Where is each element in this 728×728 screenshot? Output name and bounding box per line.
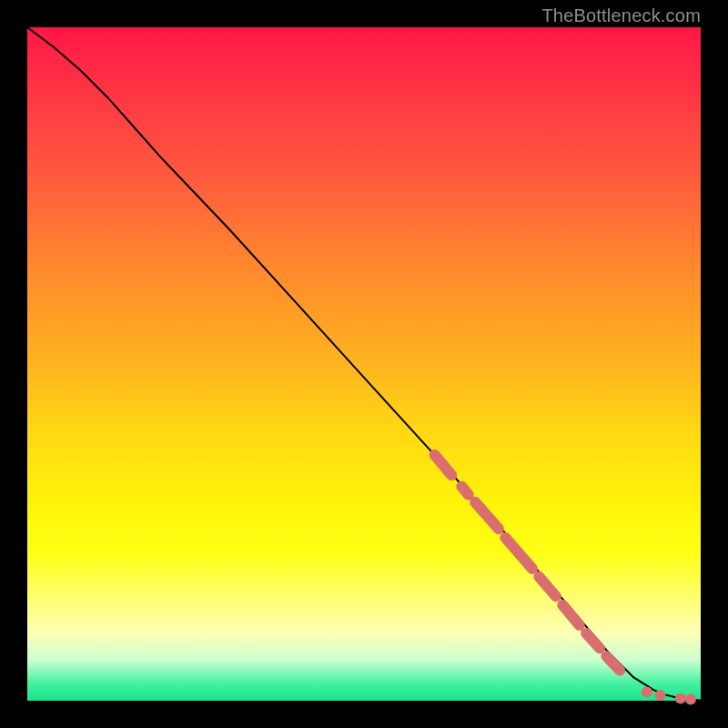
highlight-segment bbox=[505, 538, 532, 569]
highlight-segments bbox=[435, 455, 621, 671]
highlight-segment bbox=[586, 633, 600, 648]
curve-line bbox=[27, 27, 701, 700]
highlight-dot bbox=[685, 694, 696, 705]
highlight-segment bbox=[461, 487, 468, 495]
chart-frame: TheBottleneck.com bbox=[0, 0, 728, 728]
highlight-segment bbox=[606, 656, 620, 671]
watermark-label: TheBottleneck.com bbox=[541, 5, 701, 26]
highlight-dot bbox=[655, 690, 666, 701]
chart-overlay bbox=[27, 27, 701, 701]
highlight-segment bbox=[475, 502, 499, 530]
highlight-dot bbox=[642, 686, 652, 697]
highlight-segment bbox=[562, 605, 580, 625]
highlight-dot bbox=[675, 693, 686, 703]
highlight-segment bbox=[539, 577, 556, 596]
highlight-segment bbox=[435, 455, 452, 475]
